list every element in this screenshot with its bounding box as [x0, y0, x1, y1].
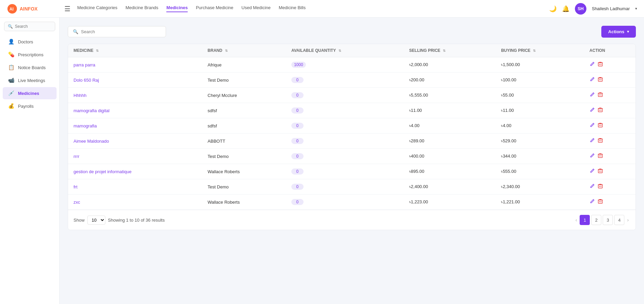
notice-boards-icon: 📋	[8, 64, 15, 70]
main-search-input[interactable]	[81, 29, 161, 34]
col-action: ACTION	[584, 44, 636, 57]
delete-button-7[interactable]	[598, 168, 603, 175]
cell-brand-5: ABBOTT	[202, 134, 286, 149]
user-chevron-icon[interactable]: ▾	[635, 6, 637, 11]
medicine-link-3[interactable]: mamografia digital	[74, 108, 109, 113]
page-3-button[interactable]: 3	[603, 215, 613, 225]
nav-purchase-medicine[interactable]: Purchase Medicine	[196, 5, 233, 12]
edit-button-8[interactable]	[589, 183, 595, 190]
qty-badge-4: 0	[291, 123, 304, 129]
cell-buying-3: ৳11.00	[496, 103, 584, 118]
cell-selling-2: ৳5,555.00	[404, 88, 496, 103]
cell-action-3	[584, 103, 636, 118]
sidebar-search-input[interactable]	[15, 24, 51, 29]
cell-selling-4: ৳4.00	[404, 118, 496, 134]
medicine-link-4[interactable]: mamografia	[74, 123, 97, 128]
table-row: Dolo 650 Raj Test Demo 0 ৳200.00 ৳100.00	[68, 73, 636, 88]
sort-qty-icon[interactable]: ⇅	[338, 49, 341, 53]
medicine-link-9[interactable]: zxc	[74, 200, 80, 205]
cell-brand-6: Test Demo	[202, 149, 286, 164]
sidebar-search-box[interactable]: 🔍	[4, 22, 55, 31]
page-1-button[interactable]: 1	[580, 215, 590, 225]
delete-button-3[interactable]	[598, 107, 603, 114]
medicine-link-6[interactable]: rrrr	[74, 154, 79, 159]
cell-buying-7: ৳555.00	[496, 164, 584, 179]
top-nav-links: Medicine Categories Medicine Brands Medi…	[77, 5, 549, 12]
nav-medicine-bills[interactable]: Medicine Bills	[279, 5, 306, 12]
cell-brand-7: Wallace Roberts	[202, 164, 286, 179]
medicine-link-0[interactable]: parra parra	[74, 62, 95, 67]
sidebar-item-notice-boards[interactable]: 📋 Notice Boards	[3, 61, 57, 74]
page-4-button[interactable]: 4	[614, 215, 624, 225]
sidebar-item-payrolls[interactable]: 💰 Payrolls	[3, 100, 57, 112]
edit-button-5[interactable]	[589, 138, 595, 144]
edit-button-6[interactable]	[589, 153, 595, 160]
sidebar-item-label: Notice Boards	[18, 65, 46, 70]
cell-buying-6: ৳344.00	[496, 149, 584, 164]
sidebar-item-live-meetings[interactable]: 📹 Live Meetings	[3, 74, 57, 86]
nav-medicines[interactable]: Medicines	[166, 5, 188, 12]
cell-selling-5: ৳289.00	[404, 134, 496, 149]
nav-medicine-categories[interactable]: Medicine Categories	[77, 5, 118, 12]
edit-button-7[interactable]	[589, 168, 595, 175]
edit-button-0[interactable]	[589, 61, 595, 68]
sort-selling-icon[interactable]: ⇅	[443, 49, 445, 53]
top-nav: AI AINFOX ☰ Medicine Categories Medicine…	[0, 0, 644, 18]
sidebar-item-prescriptions[interactable]: 💊 Prescriptions	[3, 48, 57, 61]
edit-button-1[interactable]	[589, 77, 595, 83]
cell-buying-4: ৳4.00	[496, 118, 584, 134]
sort-brand-icon[interactable]: ⇅	[225, 49, 228, 53]
edit-button-4[interactable]	[589, 122, 595, 129]
page-2-button[interactable]: 2	[591, 215, 601, 225]
hamburger-icon[interactable]: ☰	[64, 5, 70, 13]
delete-button-2[interactable]	[598, 92, 603, 99]
cell-qty-3: 0	[286, 103, 404, 118]
notifications-icon[interactable]: 🔔	[562, 5, 569, 13]
results-text: Showing 1 to 10 of 36 results	[108, 218, 165, 223]
medicine-link-8[interactable]: frt	[74, 184, 78, 189]
delete-button-4[interactable]	[598, 122, 603, 129]
cell-medicine-6: rrrr	[68, 149, 202, 164]
user-name[interactable]: Shailesh Ladhumar	[592, 6, 630, 11]
actions-button[interactable]: Actions ▾	[601, 26, 636, 38]
cell-buying-8: ৳2,340.00	[496, 179, 584, 195]
sort-buying-icon[interactable]: ⇅	[533, 49, 536, 53]
delete-button-5[interactable]	[598, 138, 603, 144]
cell-selling-8: ৳2,400.00	[404, 179, 496, 195]
medicine-link-7[interactable]: gestion de projet informatique	[74, 169, 131, 174]
medicine-link-5[interactable]: Aimee Maldonado	[74, 139, 109, 144]
qty-badge-9: 0	[291, 199, 304, 205]
sidebar-item-medicines[interactable]: 💉 Medicines	[3, 87, 57, 99]
delete-button-6[interactable]	[598, 153, 603, 160]
delete-button-0[interactable]	[598, 61, 603, 68]
action-buttons-4	[589, 122, 630, 129]
col-brand: BRAND ⇅	[202, 44, 286, 57]
delete-button-1[interactable]	[598, 77, 603, 83]
next-page-icon[interactable]: ›	[626, 217, 630, 223]
delete-button-9[interactable]	[598, 199, 603, 205]
cell-selling-6: ৳400.00	[404, 149, 496, 164]
edit-button-3[interactable]	[589, 107, 595, 114]
edit-button-2[interactable]	[589, 92, 595, 99]
logo-text: AINFOX	[20, 6, 38, 12]
cell-medicine-9: zxc	[68, 195, 202, 210]
svg-rect-3	[598, 78, 602, 81]
sort-medicine-icon[interactable]: ⇅	[96, 49, 99, 53]
main-search-box[interactable]: 🔍	[68, 26, 166, 37]
qty-badge-7: 0	[291, 168, 304, 175]
cell-buying-5: ৳529.00	[496, 134, 584, 149]
prev-page-icon[interactable]: ‹	[574, 217, 579, 223]
dark-mode-icon[interactable]: 🌙	[549, 5, 557, 13]
show-select[interactable]: 10 25 50	[87, 216, 105, 225]
cell-medicine-8: frt	[68, 179, 202, 195]
nav-used-medicine[interactable]: Used Medicine	[242, 5, 271, 12]
delete-button-8[interactable]	[598, 183, 603, 190]
cell-selling-7: ৳895.00	[404, 164, 496, 179]
sidebar-item-doctors[interactable]: 👤 Doctors	[3, 36, 57, 48]
medicine-link-1[interactable]: Dolo 650 Raj	[74, 78, 99, 83]
nav-medicine-brands[interactable]: Medicine Brands	[126, 5, 159, 12]
table-row: frt Test Demo 0 ৳2,400.00 ৳2,340.00	[68, 179, 636, 195]
edit-button-9[interactable]	[589, 199, 595, 205]
cell-selling-9: ৳1,223.00	[404, 195, 496, 210]
medicine-link-2[interactable]: Hhhhh	[74, 93, 86, 98]
